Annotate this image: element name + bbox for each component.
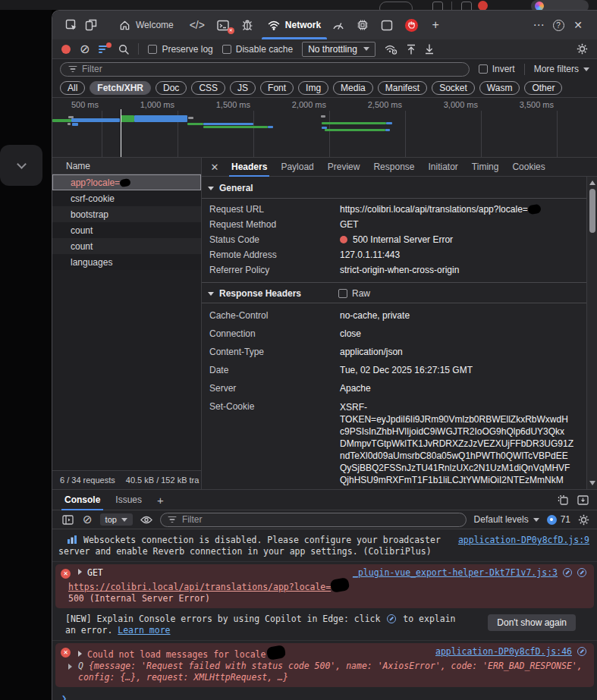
type-filter-font[interactable]: Font — [260, 81, 294, 95]
sources-icon[interactable]: </> — [187, 15, 207, 35]
console-settings-button[interactable] — [578, 514, 589, 526]
details-scrollbar[interactable] — [586, 177, 597, 489]
debugger-icon[interactable] — [237, 15, 257, 35]
request-name: count — [71, 241, 93, 252]
requests-column-header[interactable]: Name — [52, 158, 201, 174]
log-levels-select[interactable]: Default levels — [474, 514, 539, 525]
undock-drawer-icon[interactable] — [553, 490, 573, 510]
source-link[interactable]: _plugin-vue_export-helper-Dkt7F1v7.js:3 — [353, 567, 558, 578]
type-filter-socket[interactable]: Socket — [432, 81, 475, 95]
console-info-message[interactable]: application-DP0y8cfD.js:9 Websockets con… — [52, 532, 597, 562]
type-filter-wasm[interactable]: Wasm — [479, 81, 520, 95]
response-headers-title-wrap[interactable]: Response Headers — [208, 288, 338, 299]
tab-response[interactable]: Response — [366, 158, 421, 177]
checkbox-icon — [148, 45, 157, 54]
console-panel-icon[interactable]: ✕ — [213, 15, 233, 35]
scrollbar-thumb[interactable] — [589, 189, 595, 233]
add-drawer-tab-button[interactable]: + — [149, 490, 171, 510]
type-filter-other[interactable]: Other — [524, 81, 562, 95]
network-settings-button[interactable] — [577, 43, 588, 55]
tab-preview[interactable]: Preview — [321, 158, 367, 177]
console-network-error[interactable]: ✕ _plugin-vue_export-helper-Dkt7F1v7.js:… — [55, 564, 594, 608]
request-row-bootstrap[interactable]: bootstrap — [52, 206, 201, 222]
record-network-log-button[interactable] — [61, 45, 71, 54]
timeline-playhead[interactable] — [121, 109, 121, 157]
more-tabs-button[interactable]: + — [426, 15, 445, 35]
tab-initiator[interactable]: Initiator — [421, 158, 464, 177]
overview-graph[interactable]: 500 ms1,000 ms1,500 ms2,000 ms2,500 ms3,… — [52, 98, 597, 158]
tab-issues[interactable]: Issues — [108, 490, 149, 510]
type-filter-media[interactable]: Media — [333, 81, 373, 95]
disable-cache-checkbox[interactable]: Disable cache — [222, 44, 293, 55]
type-filter-all[interactable]: All — [60, 81, 85, 95]
more-filters-button[interactable]: More filters — [534, 64, 589, 74]
request-row-csrf-cookie[interactable]: csrf-cookie — [52, 190, 201, 206]
performance-icon[interactable] — [328, 15, 348, 35]
clear-console-button[interactable]: ⊘ — [83, 513, 93, 526]
raw-headers-checkbox[interactable]: Raw — [338, 288, 586, 299]
tab-welcome[interactable]: Welcome — [112, 11, 181, 39]
close-details-button[interactable]: ✕ — [205, 158, 225, 177]
request-row-count[interactable]: count — [52, 222, 201, 238]
expand-arrow-icon[interactable] — [78, 569, 82, 575]
type-filter-fetch-xhr[interactable]: Fetch/XHR — [90, 81, 151, 95]
dont-show-again-button[interactable]: Don't show again — [488, 614, 576, 631]
scroll-up-arrow[interactable] — [589, 180, 595, 185]
source-link[interactable]: application-DP0y8cfD.js:46 — [435, 646, 572, 657]
learn-more-link[interactable]: Learn more — [118, 625, 170, 636]
export-har-button[interactable] — [425, 44, 434, 55]
tab-network[interactable]: Network — [260, 11, 328, 39]
failed-request-url[interactable]: https://colibri.local/api/translations/a… — [68, 582, 331, 592]
inspect-element-icon[interactable] — [61, 15, 81, 35]
device-emulation-icon[interactable] — [81, 15, 101, 35]
execution-context-select[interactable]: top — [100, 513, 133, 526]
copilot-icon[interactable] — [577, 647, 586, 656]
adblock-extension-icon[interactable] — [401, 15, 421, 35]
throttling-select[interactable]: No throttling — [302, 42, 375, 57]
help-button[interactable]: ? — [548, 15, 568, 35]
memory-chip-icon[interactable] — [353, 15, 372, 35]
request-name: bootstrap — [71, 209, 108, 220]
request-row-languages[interactable]: languages — [52, 254, 201, 270]
network-filter-toggle[interactable] — [99, 45, 109, 54]
close-devtools-button[interactable]: ✕ — [568, 15, 588, 35]
type-filter-js[interactable]: JS — [230, 81, 256, 95]
type-filter-css[interactable]: CSS — [191, 81, 225, 95]
console-locale-error[interactable]: ✕ application-DP0y8cfD.js:46 Could not l… — [55, 643, 594, 687]
more-options-button[interactable]: ⋯ — [529, 15, 548, 35]
tab-console[interactable]: Console — [57, 490, 108, 510]
error-object-preview[interactable]: Q {message: 'Request failed with status … — [68, 661, 586, 672]
live-expression-button[interactable] — [140, 516, 152, 524]
dock-drawer-icon[interactable] — [573, 490, 592, 510]
tab-cookies[interactable]: Cookies — [505, 158, 551, 177]
search-button[interactable] — [118, 44, 129, 55]
network-conditions-button[interactable] — [385, 44, 397, 55]
type-filter-manifest[interactable]: Manifest — [378, 81, 427, 95]
import-har-button[interactable] — [407, 44, 416, 55]
issues-counter[interactable]: 71 — [547, 514, 570, 525]
copilot-icon[interactable] — [577, 568, 586, 577]
general-section-header[interactable]: General — [202, 177, 586, 198]
console-filter-input[interactable]: Filter — [160, 513, 467, 527]
request-row-app-locale[interactable]: app?locale= — [52, 174, 201, 190]
request-row-count-2[interactable]: count — [52, 238, 201, 254]
scroll-down-arrow[interactable] — [589, 481, 595, 485]
expand-arrow-icon[interactable] — [68, 664, 72, 670]
preserve-log-checkbox[interactable]: Preserve log — [148, 44, 212, 55]
expand-arrow-icon[interactable] — [78, 651, 82, 657]
console-prompt[interactable]: ❯ — [52, 689, 597, 700]
tab-payload[interactable]: Payload — [274, 158, 320, 177]
invert-filter-checkbox[interactable]: Invert — [479, 64, 515, 74]
network-filter-input[interactable]: Filter — [60, 62, 470, 77]
page-collapse-panel-button[interactable] — [0, 145, 42, 186]
application-icon[interactable] — [377, 15, 397, 35]
console-sidebar-toggle[interactable] — [60, 510, 75, 529]
type-filter-doc[interactable]: Doc — [156, 81, 187, 95]
source-link[interactable]: application-DP0y8cfD.js:9 — [458, 535, 589, 546]
filter-icon — [68, 66, 77, 73]
explain-error-icon[interactable] — [563, 568, 572, 577]
tab-headers[interactable]: Headers — [225, 158, 274, 177]
tab-timing[interactable]: Timing — [465, 158, 506, 177]
type-filter-img[interactable]: Img — [298, 81, 328, 95]
clear-network-log-button[interactable]: ⊘ — [80, 42, 90, 56]
